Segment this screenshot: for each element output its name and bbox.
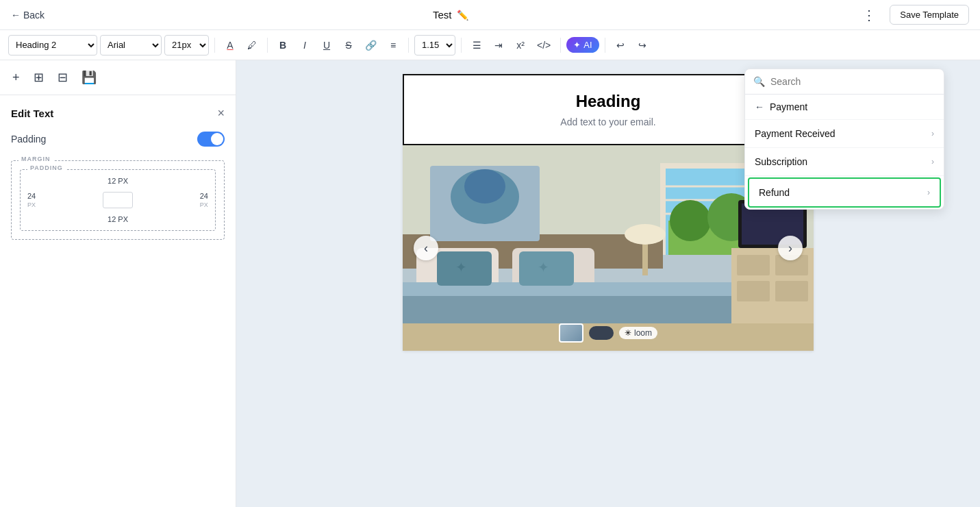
dropdown-item-payment-received[interactable]: Payment Received › (745, 120, 944, 148)
panel-tools: + ⊞ ⊟ 💾 (0, 60, 236, 95)
save-icon: 💾 (81, 71, 97, 84)
dropdown-back-row[interactable]: ← Payment (745, 95, 944, 120)
padding-box-label: PADDING (27, 164, 66, 171)
dropdown-item-subscription[interactable]: Subscription › (745, 148, 944, 176)
center-input-box (103, 192, 133, 208)
refund-label: Refund (759, 187, 790, 198)
underline-button[interactable]: U (317, 36, 336, 55)
highlight-button[interactable]: 🖊 (242, 36, 262, 55)
middle-px-row: 24 PX 24 PX (27, 189, 208, 211)
subscription-label: Subscription (755, 156, 807, 167)
dropdown-panel: 🔍 ← Payment Payment Received › Subscript… (744, 69, 944, 210)
layers-icon: ⊞ (34, 71, 44, 84)
divider-6 (605, 38, 605, 53)
top-nav: ← Back Test ✏️ ⋮ Save Template (0, 0, 980, 30)
italic-button[interactable]: I (295, 36, 314, 55)
bottom-px-row: 12 PX (27, 215, 208, 223)
indicator-pill[interactable] (589, 326, 614, 340)
right-px-unit: PX (200, 201, 208, 208)
strikethrough-button[interactable]: S (339, 36, 358, 55)
svg-text:✦: ✦ (455, 260, 467, 275)
size-select[interactable]: 21px (164, 35, 209, 55)
redo-button[interactable]: ↪ (633, 36, 652, 55)
code-button[interactable]: </> (533, 36, 555, 55)
carousel-next-button[interactable]: › (778, 236, 803, 260)
loom-text: loom (634, 328, 652, 338)
svg-text:✦: ✦ (538, 260, 549, 275)
ai-button[interactable]: ✦ AI (566, 37, 599, 53)
nav-center: Test ✏️ (433, 9, 469, 21)
margin-label: MARGIN (18, 156, 53, 162)
italic-icon: I (303, 40, 306, 51)
superscript-icon: x² (516, 40, 525, 51)
layers-button[interactable]: ⊞ (31, 67, 47, 88)
underline-icon: U (323, 40, 330, 51)
divider-1 (214, 38, 215, 53)
line-height-select[interactable]: 1.15 (414, 35, 455, 55)
padding-box: PADDING 12 PX 24 PX 24 PX (20, 169, 216, 231)
right-px-value: 24 (200, 192, 208, 200)
close-panel-button[interactable]: × (217, 106, 225, 121)
list-button[interactable]: ☰ (467, 36, 486, 55)
nav-right: ⋮ Save Template (857, 4, 969, 26)
left-side-values: 24 PX (27, 192, 36, 208)
superscript-button[interactable]: x² (511, 36, 530, 55)
margin-box: MARGIN PADDING 12 PX 24 PX 24 (11, 160, 225, 240)
chevron-right-icon: › (931, 129, 934, 138)
align-icon: ≡ (390, 40, 396, 51)
more-options-button[interactable]: ⋮ (857, 4, 881, 26)
search-icon: 🔍 (753, 76, 765, 87)
edit-text-header: Edit Text × (11, 106, 225, 121)
top-px-value: 12 PX (108, 177, 128, 185)
svg-point-30 (464, 169, 505, 203)
padding-toggle[interactable] (197, 132, 225, 147)
save-template-button[interactable]: Save Template (890, 5, 969, 25)
divider-3 (408, 38, 409, 53)
indicator-thumbnail[interactable] (559, 323, 583, 343)
edit-title-icon[interactable]: ✏️ (457, 10, 468, 21)
format-icon: ⊟ (58, 71, 68, 84)
undo-button[interactable]: ↩ (611, 36, 630, 55)
save-button[interactable]: 💾 (79, 67, 99, 88)
nav-left: ← Back (11, 10, 45, 21)
back-label: Back (23, 10, 45, 21)
close-icon: × (217, 106, 225, 120)
padding-row: Padding (11, 132, 225, 147)
bold-button[interactable]: B (273, 36, 292, 55)
chevron-right-icon-2: › (931, 157, 934, 166)
back-button[interactable]: ← Back (11, 10, 45, 21)
indent-button[interactable]: ⇥ (489, 36, 508, 55)
carousel-indicators: ✳ loom (559, 323, 657, 343)
more-icon: ⋮ (862, 8, 876, 23)
dropdown-item-refund[interactable]: Refund › (748, 177, 941, 208)
panel-content: Edit Text × Padding MARGIN PADDING 12 PX (0, 95, 236, 251)
font-select[interactable]: Arial (100, 35, 162, 55)
save-template-label: Save Template (900, 10, 959, 20)
search-input[interactable] (770, 76, 935, 87)
align-button[interactable]: ≡ (384, 36, 403, 55)
loom-star-icon: ✳ (625, 328, 631, 338)
toolbar: Heading 2 Arial 21px A 🖊 B I U S 🔗 ≡ 1.1… (0, 30, 980, 60)
dropdown-back-arrow-icon: ← (755, 101, 764, 112)
bold-icon: B (279, 40, 286, 51)
svg-point-8 (670, 200, 711, 241)
link-button[interactable]: 🔗 (361, 36, 381, 55)
indicator-loom-logo: ✳ loom (619, 327, 657, 339)
prev-icon: ‹ (424, 241, 428, 256)
top-px-row: 12 PX (27, 177, 208, 185)
plus-icon: + (12, 71, 20, 84)
canvas-heading: Heading (420, 92, 796, 111)
heading-select[interactable]: Heading 2 (8, 35, 97, 55)
chevron-right-icon-3: › (927, 188, 930, 197)
next-icon: › (788, 241, 792, 256)
highlight-icon: 🖊 (247, 40, 257, 51)
svg-rect-17 (775, 281, 808, 301)
format-button[interactable]: ⊟ (55, 67, 71, 88)
svg-point-33 (625, 224, 666, 245)
text-color-button[interactable]: A (221, 36, 240, 55)
edit-text-title: Edit Text (11, 108, 53, 119)
add-button[interactable]: + (10, 68, 23, 88)
carousel-prev-button[interactable]: ‹ (414, 236, 438, 260)
divider-2 (267, 38, 268, 53)
bottom-px-value: 12 PX (108, 215, 128, 223)
